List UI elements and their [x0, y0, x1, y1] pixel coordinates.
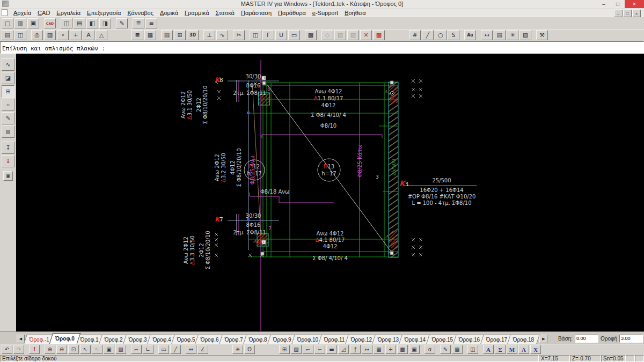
- tabs-scroll-right-button[interactable]: ▶: [539, 335, 547, 343]
- storey-grid-button[interactable]: ▦: [144, 30, 156, 40]
- rebar-grid-button[interactable]: ⊞: [279, 345, 290, 354]
- beam-minus-button[interactable]: −: [314, 345, 325, 354]
- zoom-window-button[interactable]: ⊡: [68, 345, 79, 354]
- layers-button[interactable]: ▤: [494, 30, 506, 40]
- text-tool-button[interactable]: Aα: [464, 30, 476, 40]
- view-search-button[interactable]: ◎: [31, 30, 43, 40]
- frame-box-button[interactable]: ▣: [409, 345, 420, 354]
- draw-contour-button[interactable]: ∿: [2, 58, 14, 71]
- select-button[interactable]: ↖: [80, 345, 91, 354]
- note-button[interactable]: ▭: [288, 30, 300, 40]
- letter-sigma-button[interactable]: Σ: [495, 345, 506, 354]
- beam-left-button[interactable]: ⌐: [303, 345, 313, 354]
- delete-button[interactable]: ✕: [360, 30, 372, 40]
- circle-tool-button[interactable]: ○: [435, 30, 447, 40]
- rebar-f-button[interactable]: ƒ: [350, 345, 361, 354]
- command-bar[interactable]: Επίλυση και οπλισμός πλακών :: [0, 41, 644, 54]
- zoom-in-button[interactable]: ⊕: [45, 345, 55, 354]
- erase-view-button[interactable]: ▨: [44, 30, 56, 40]
- print-small-button[interactable]: ▤: [161, 30, 173, 40]
- letter-m-button[interactable]: M: [507, 345, 517, 354]
- line-tool-button[interactable]: ╱: [422, 30, 434, 40]
- edit-pencil-button[interactable]: ✎: [116, 18, 128, 28]
- menu-windows[interactable]: Παράθυρα: [275, 9, 309, 17]
- letter-x-button[interactable]: X: [530, 345, 541, 354]
- materials-button[interactable]: ▧: [519, 30, 531, 40]
- ref-down-button[interactable]: ▧: [347, 30, 359, 40]
- wall-side-button[interactable]: ⌐: [131, 345, 142, 354]
- panel-grid-button[interactable]: ◫: [250, 30, 261, 40]
- slab-reinforce-button[interactable]: ✎: [2, 112, 14, 124]
- snap-button[interactable]: ✳: [232, 345, 243, 354]
- list-two-button[interactable]: ≡: [145, 18, 157, 28]
- mdi-restore-button[interactable]: □: [623, 10, 632, 17]
- new-file-button[interactable]: ▢: [2, 18, 13, 28]
- open-file-button[interactable]: ▥: [14, 18, 26, 28]
- pan-hand-button[interactable]: ◇: [321, 30, 333, 40]
- letter-lambda-button[interactable]: Λ: [518, 345, 529, 354]
- menu-cad[interactable]: CAD: [35, 9, 53, 17]
- mouse-settings-button[interactable]: ʘ: [244, 345, 255, 354]
- ref-up-button[interactable]: ▧: [334, 30, 346, 40]
- dimension-button[interactable]: ↔: [481, 30, 493, 40]
- ceiling-input[interactable]: [619, 335, 643, 343]
- export-button[interactable]: ◨: [99, 18, 111, 28]
- alpha-box-button[interactable]: α: [425, 345, 435, 354]
- fan-button[interactable]: ✳: [507, 30, 518, 40]
- zoom-out-button[interactable]: ⊖: [56, 345, 67, 354]
- image-view-button[interactable]: ▩: [305, 30, 317, 40]
- axes-button[interactable]: +: [70, 30, 82, 40]
- close-button[interactable]: ×: [625, 0, 644, 8]
- beam-solid-button[interactable]: ▬: [326, 345, 337, 354]
- menu-tools[interactable]: Εργαλεία: [54, 9, 83, 17]
- node-plus-button[interactable]: +: [385, 345, 396, 354]
- protractor-button[interactable]: ∠: [197, 345, 208, 354]
- slab-delete-button[interactable]: ⊠: [2, 125, 14, 138]
- table-edit-button[interactable]: ✎: [440, 345, 451, 354]
- base-input[interactable]: [575, 335, 598, 343]
- list-one-button[interactable]: ≣: [133, 18, 144, 28]
- window-pair-button[interactable]: ◫: [14, 30, 26, 40]
- menu-display[interactable]: Παράσταση: [238, 9, 274, 17]
- menu-esupport[interactable]: e-Support: [310, 9, 341, 17]
- measure-button[interactable]: ▭: [158, 345, 169, 354]
- view-3d-button[interactable]: 3D: [187, 30, 199, 40]
- wall-corner-button[interactable]: ∟: [143, 345, 153, 354]
- slab-insert-button[interactable]: ⊞: [2, 85, 14, 98]
- section-h-button[interactable]: ⊥: [203, 30, 215, 40]
- spline-tool-button[interactable]: S: [448, 30, 459, 40]
- section-v-button[interactable]: ∿: [216, 30, 228, 40]
- print-button[interactable]: ▤: [74, 18, 85, 28]
- minimize-button[interactable]: –: [597, 0, 611, 8]
- plot-red-button[interactable]: ▩: [373, 30, 385, 40]
- mdi-close-button[interactable]: ×: [632, 10, 641, 17]
- project-window-button[interactable]: ▤: [2, 30, 13, 40]
- stretch-button[interactable]: ↔: [186, 345, 196, 354]
- mesh-hatch-button[interactable]: ▩: [397, 345, 408, 354]
- origin-button[interactable]: ∘: [57, 30, 69, 40]
- rebar-extend-button[interactable]: ↦: [362, 345, 372, 354]
- table-view-button[interactable]: ▦: [452, 345, 463, 354]
- tools-hammer-button[interactable]: ⚒: [536, 30, 548, 40]
- trim-button[interactable]: ✂: [233, 30, 245, 40]
- menu-static[interactable]: Στατικά: [213, 9, 237, 17]
- cad-mode-button[interactable]: CAD: [44, 18, 56, 28]
- redo-button[interactable]: ↷: [13, 345, 24, 354]
- copy-pages-button[interactable]: ◫: [467, 345, 478, 354]
- slope-panel-button[interactable]: ◿: [338, 345, 349, 354]
- print-preview-button[interactable]: ◧: [86, 18, 98, 28]
- menu-grid[interactable]: Κάνναβος: [125, 9, 156, 17]
- north-button[interactable]: △: [96, 30, 107, 40]
- menu-help[interactable]: Βοήθεια: [342, 9, 368, 17]
- save-file-button[interactable]: ▣: [27, 18, 39, 28]
- mini-props-button[interactable]: ▣: [3, 171, 13, 181]
- grid-toggle-button[interactable]: #: [409, 30, 421, 40]
- menu-linear[interactable]: Γραμμικά: [182, 9, 212, 17]
- undo-button[interactable]: ↶: [2, 345, 12, 354]
- zoom-previous-button[interactable]: ▨: [115, 345, 126, 354]
- menu-structural[interactable]: Δομικά: [157, 9, 181, 17]
- line-segment-button[interactable]: ╱: [170, 345, 181, 354]
- menu-edit[interactable]: Επεξεργασία: [84, 9, 123, 17]
- panel-u-button[interactable]: U: [275, 30, 287, 40]
- picker-down-button[interactable]: ↧: [2, 155, 14, 167]
